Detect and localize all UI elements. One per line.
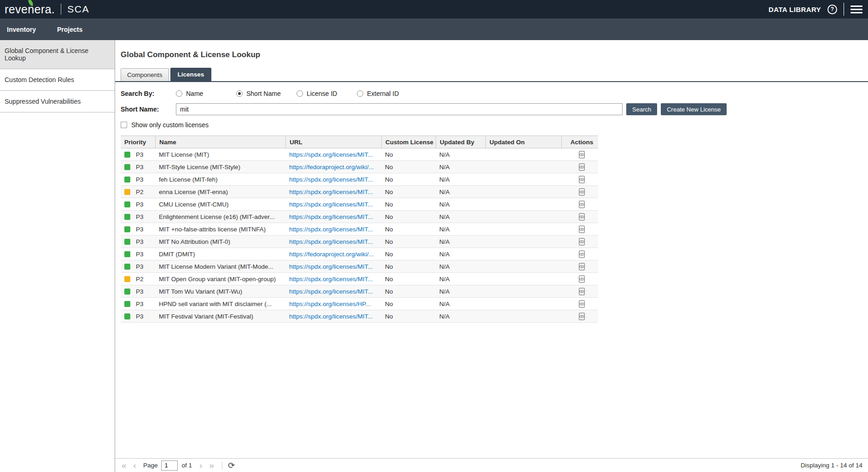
table-row: P3 MIT Festival Variant (MIT-Festival) h… bbox=[121, 310, 598, 323]
priority-indicator bbox=[124, 164, 130, 170]
view-license-icon[interactable] bbox=[578, 225, 586, 233]
view-license-icon[interactable] bbox=[578, 313, 586, 320]
create-new-license-button[interactable]: Create New License bbox=[661, 103, 727, 115]
radio-option-license-id[interactable]: License ID bbox=[297, 90, 357, 97]
custom-licenses-filter[interactable]: Show only custom licenses bbox=[121, 121, 868, 129]
column-header-actions[interactable]: Actions bbox=[561, 136, 598, 148]
view-license-icon[interactable] bbox=[578, 238, 586, 246]
updated-by-value: N/A bbox=[436, 176, 485, 183]
sidebar-item[interactable]: Suppressed Vulnerabilities bbox=[0, 91, 115, 112]
priority-indicator bbox=[124, 177, 130, 183]
previous-page-button[interactable]: ‹ bbox=[134, 461, 136, 470]
license-url-link[interactable]: https://spdx.org/licenses/MIT... bbox=[289, 276, 373, 283]
header-divider bbox=[61, 4, 61, 15]
radio-option-name[interactable]: Name bbox=[176, 90, 236, 97]
table-header: PriorityNameURLCustom LicenseUpdated ByU… bbox=[121, 136, 598, 148]
radio-icon[interactable] bbox=[357, 90, 363, 97]
radio-icon[interactable] bbox=[297, 90, 303, 97]
custom-license-value: No bbox=[381, 263, 436, 270]
priority-value: P3 bbox=[136, 251, 144, 258]
radio-option-short-name[interactable]: Short Name bbox=[236, 90, 297, 97]
custom-license-value: No bbox=[381, 176, 436, 183]
column-header-priority[interactable]: Priority bbox=[121, 136, 155, 148]
table-row: P3 MIT License Modern Variant (MIT-Mode.… bbox=[121, 260, 598, 273]
view-license-icon[interactable] bbox=[578, 163, 586, 171]
page-number-input[interactable] bbox=[161, 460, 178, 471]
license-url-link[interactable]: https://spdx.org/licenses/MIT... bbox=[289, 201, 373, 208]
search-by-options: NameShort NameLicense IDExternal ID bbox=[176, 90, 417, 97]
license-url-link[interactable]: https://spdx.org/licenses/MIT... bbox=[289, 238, 373, 245]
license-url-link[interactable]: https://spdx.org/licenses/MIT... bbox=[289, 263, 373, 270]
view-license-icon[interactable] bbox=[578, 275, 586, 283]
short-name-input[interactable] bbox=[176, 103, 623, 115]
displaying-count: Displaying 1 - 14 of 14 bbox=[801, 462, 863, 469]
sidebar-item[interactable]: Global Component & License Lookup bbox=[0, 40, 115, 69]
license-name: MIT License Modern Variant (MIT-Mode... bbox=[155, 263, 285, 270]
custom-licenses-checkbox-label: Show only custom licenses bbox=[131, 121, 209, 129]
custom-license-value: No bbox=[381, 276, 436, 283]
last-page-button[interactable]: » bbox=[209, 461, 214, 470]
table-row: P3 MIT Tom Wu Variant (MIT-Wu) https://s… bbox=[121, 285, 598, 298]
updated-by-value: N/A bbox=[436, 276, 485, 283]
view-license-icon[interactable] bbox=[578, 176, 586, 183]
tab-licenses[interactable]: Licenses bbox=[170, 68, 212, 81]
tab-bar: ComponentsLicenses bbox=[115, 68, 868, 82]
custom-license-value: No bbox=[381, 238, 436, 245]
nav-item-projects[interactable]: Projects bbox=[57, 26, 82, 33]
license-url-link[interactable]: https://spdx.org/licenses/MIT... bbox=[289, 189, 373, 195]
next-page-button[interactable]: › bbox=[199, 461, 202, 470]
custom-licenses-checkbox[interactable] bbox=[121, 122, 127, 128]
license-url-link[interactable]: https://fedoraproject.org/wiki/... bbox=[289, 164, 374, 171]
updated-by-value: N/A bbox=[436, 151, 485, 158]
updated-by-value: N/A bbox=[436, 238, 485, 245]
license-url-link[interactable]: https://spdx.org/licenses/MIT... bbox=[289, 176, 373, 183]
priority-indicator bbox=[124, 239, 130, 245]
column-header-custom-license[interactable]: Custom License bbox=[381, 136, 436, 148]
column-header-updated-by[interactable]: Updated By bbox=[436, 136, 485, 148]
refresh-icon[interactable]: ⟳ bbox=[228, 461, 235, 470]
license-url-link[interactable]: https://spdx.org/licenses/MIT... bbox=[289, 313, 373, 320]
updated-by-value: N/A bbox=[436, 226, 485, 233]
updated-by-value: N/A bbox=[436, 263, 485, 270]
view-license-icon[interactable] bbox=[578, 201, 586, 208]
column-header-updated-on[interactable]: Updated On bbox=[485, 136, 561, 148]
license-url-link[interactable]: https://spdx.org/licenses/HP... bbox=[289, 301, 371, 307]
view-license-icon[interactable] bbox=[578, 188, 586, 196]
updated-by-value: N/A bbox=[436, 189, 485, 195]
table-row: P3 feh License (MIT-feh) https://spdx.or… bbox=[121, 173, 598, 186]
view-license-icon[interactable] bbox=[578, 263, 586, 271]
view-license-icon[interactable] bbox=[578, 151, 586, 159]
hamburger-menu-icon[interactable] bbox=[851, 6, 862, 13]
license-url-link[interactable]: https://spdx.org/licenses/MIT... bbox=[289, 226, 373, 233]
search-button[interactable]: Search bbox=[626, 103, 657, 115]
data-library-link[interactable]: DATA LIBRARY bbox=[769, 6, 821, 13]
license-url-link[interactable]: https://spdx.org/licenses/MIT... bbox=[289, 151, 373, 158]
view-license-icon[interactable] bbox=[578, 213, 586, 221]
first-page-button[interactable]: « bbox=[122, 461, 127, 470]
updated-by-value: N/A bbox=[436, 301, 485, 307]
license-url-link[interactable]: https://fedoraproject.org/wiki/... bbox=[289, 251, 374, 258]
view-license-icon[interactable] bbox=[578, 300, 586, 308]
sidebar-item[interactable]: Custom Detection Rules bbox=[0, 69, 115, 91]
view-license-icon[interactable] bbox=[578, 288, 586, 295]
radio-option-external-id[interactable]: External ID bbox=[357, 90, 417, 97]
view-license-icon[interactable] bbox=[578, 250, 586, 258]
nav-item-inventory[interactable]: Inventory bbox=[7, 26, 36, 33]
license-url-link[interactable]: https://spdx.org/licenses/MIT... bbox=[289, 213, 373, 220]
tab-components[interactable]: Components bbox=[121, 68, 169, 81]
column-header-name[interactable]: Name bbox=[155, 136, 285, 148]
updated-by-value: N/A bbox=[436, 201, 485, 208]
header-divider bbox=[844, 3, 844, 16]
radio-icon[interactable] bbox=[236, 90, 243, 97]
product-name: SCA bbox=[67, 4, 89, 15]
table-row: P2 enna License (MIT-enna) https://spdx.… bbox=[121, 186, 598, 198]
radio-icon[interactable] bbox=[176, 90, 182, 97]
license-url-link[interactable]: https://spdx.org/licenses/MIT... bbox=[289, 288, 373, 295]
search-panel: Search By: NameShort NameLicense IDExter… bbox=[115, 82, 868, 129]
help-icon[interactable]: ? bbox=[827, 5, 837, 14]
page-of-label: of 1 bbox=[181, 462, 192, 469]
logo: revenera. bbox=[0, 3, 55, 16]
radio-option-label: External ID bbox=[367, 90, 399, 97]
priority-value: P3 bbox=[136, 238, 144, 245]
column-header-url[interactable]: URL bbox=[285, 136, 381, 148]
